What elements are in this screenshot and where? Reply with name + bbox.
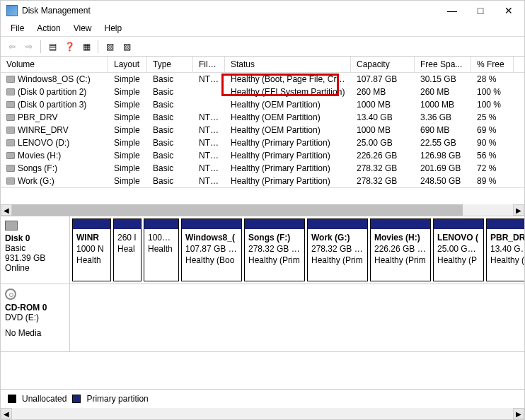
table-row[interactable]: Windows8_OS (C:)SimpleBasicNTFSHealthy (… xyxy=(1,73,524,86)
back-icon: ⇦ xyxy=(5,40,19,54)
header-status[interactable]: Status xyxy=(225,57,351,72)
partition[interactable]: Movies (H:)226.26 GB NTFHealthy (Prim xyxy=(370,218,431,281)
toolbar-icon-2[interactable]: ❓ xyxy=(62,40,76,54)
partition-bar xyxy=(308,219,367,229)
toolbar: ⇦ ⇨ ▤ ❓ ▦ ▧ ▨ xyxy=(1,37,524,57)
partition-status: Healthy (O xyxy=(490,255,524,266)
cell-file: NTFS xyxy=(193,73,225,86)
diskmap-hscrollbar[interactable]: ◀ ▶ xyxy=(1,408,524,419)
cell-layout: Simple xyxy=(108,86,147,98)
cell-pct: 90 % xyxy=(471,136,514,149)
table-row[interactable]: PBR_DRVSimpleBasicNTFSHealthy (OEM Parti… xyxy=(1,111,524,124)
cell-pct: 89 % xyxy=(471,175,514,187)
table-row[interactable]: (Disk 0 partition 3)SimpleBasicHealthy (… xyxy=(1,98,524,111)
volume-name: PBR_DRV xyxy=(18,112,57,122)
menu-view[interactable]: View xyxy=(68,22,98,35)
cell-type: Basic xyxy=(147,111,193,124)
cell-type: Basic xyxy=(147,86,193,98)
disk-size: 931.39 GB xyxy=(5,253,65,263)
menu-help[interactable]: Help xyxy=(99,22,128,35)
cell-status: Healthy (Primary Partition) xyxy=(225,149,351,162)
partition[interactable]: Songs (F:)278.32 GB NTFHealthy (Prim xyxy=(244,218,305,281)
cell-free: 30.15 GB xyxy=(415,73,471,86)
cell-capacity: 107.87 GB xyxy=(351,73,415,86)
cell-status: Healthy (Primary Partition) xyxy=(225,175,351,187)
table-row[interactable]: LENOVO (D:)SimpleBasicNTFSHealthy (Prima… xyxy=(1,136,524,149)
partition-size: 278.32 GB NTF xyxy=(311,243,364,255)
partition[interactable]: 260 IHeal xyxy=(113,218,142,281)
cell-capacity: 278.32 GB xyxy=(351,162,415,175)
table-row[interactable]: WINRE_DRVSimpleBasicNTFSHealthy (OEM Par… xyxy=(1,124,524,136)
partition-status: Healthy (Prim xyxy=(248,255,301,266)
cell-free: 22.55 GB xyxy=(415,136,471,149)
menu-file[interactable]: File xyxy=(5,22,30,35)
partition-name: WINR xyxy=(76,232,107,243)
partition-bar xyxy=(487,219,524,229)
cell-file: NTFS xyxy=(193,111,225,124)
partition-size: 1000 N xyxy=(76,243,107,255)
cell-pct: 69 % xyxy=(471,124,514,136)
header-capacity[interactable]: Capacity xyxy=(351,57,415,72)
header-layout[interactable]: Layout xyxy=(108,57,147,72)
scroll-left-icon[interactable]: ◀ xyxy=(1,204,12,216)
partition-size: 278.32 GB NTF xyxy=(248,243,301,255)
minimize-button[interactable]: — xyxy=(438,1,466,20)
partition[interactable]: 1000 NHealth xyxy=(144,218,179,281)
list-hscrollbar[interactable]: ◀ ▶ xyxy=(1,204,524,216)
volume-icon xyxy=(6,177,15,185)
scroll-right-icon[interactable]: ▶ xyxy=(513,204,524,216)
cell-file xyxy=(193,98,225,111)
disk-info[interactable]: Disk 0Basic931.39 GBOnline xyxy=(1,216,70,284)
close-button[interactable]: ✕ xyxy=(495,1,523,20)
cell-layout: Simple xyxy=(108,73,147,86)
scroll-right-icon[interactable]: ▶ xyxy=(513,408,524,419)
toolbar-icon-1[interactable]: ▤ xyxy=(45,40,59,54)
disk-info[interactable]: CD-ROM 0DVD (E:)No Media xyxy=(1,284,70,351)
volume-name: (Disk 0 partition 3) xyxy=(18,100,86,110)
legend-unallocated-label: Unallocated xyxy=(22,394,67,404)
table-row[interactable]: Movies (H:)SimpleBasicNTFSHealthy (Prima… xyxy=(1,149,524,162)
partition-status: Healthy (Boo xyxy=(185,255,238,266)
partition-status: Healthy (Prim xyxy=(374,255,427,266)
menu-action[interactable]: Action xyxy=(31,22,66,35)
volume-icon xyxy=(6,76,15,83)
cell-layout: Simple xyxy=(108,98,147,111)
disk-map: Disk 0Basic931.39 GBOnlineWINR1000 NHeal… xyxy=(1,216,524,419)
volume-icon xyxy=(6,152,15,159)
cell-free: 260 MB xyxy=(415,86,471,98)
partition[interactable]: WINR1000 NHealth xyxy=(72,218,111,281)
toolbar-icon-4[interactable]: ▧ xyxy=(103,40,117,54)
cell-file: NTFS xyxy=(193,124,225,136)
partition[interactable]: Work (G:)278.32 GB NTFHealthy (Prim xyxy=(307,218,368,281)
partition[interactable]: LENOVO (25.00 GB NTHealthy (P xyxy=(433,218,484,281)
maximize-button[interactable]: □ xyxy=(466,1,495,20)
cell-file: NTFS xyxy=(193,175,225,187)
header-type[interactable]: Type xyxy=(147,57,193,72)
toolbar-icon-3[interactable]: ▦ xyxy=(79,40,93,54)
cell-capacity: 25.00 GB xyxy=(351,136,415,149)
legend: Unallocated Primary partition xyxy=(1,389,524,408)
cell-status: Healthy (Primary Partition) xyxy=(225,162,351,175)
app-icon xyxy=(6,5,18,16)
table-row[interactable]: Work (G:)SimpleBasicNTFSHealthy (Primary… xyxy=(1,175,524,187)
scroll-left-icon[interactable]: ◀ xyxy=(1,408,12,419)
volume-icon xyxy=(6,139,15,146)
disk-type: Basic xyxy=(5,243,65,253)
table-row[interactable]: (Disk 0 partition 2)SimpleBasicHealthy (… xyxy=(1,86,524,98)
toolbar-icon-5[interactable]: ▨ xyxy=(120,40,134,54)
table-row[interactable]: Songs (F:)SimpleBasicNTFSHealthy (Primar… xyxy=(1,162,524,175)
header-pctfree[interactable]: % Free xyxy=(471,57,514,72)
partition-name: Movies (H:) xyxy=(374,232,427,243)
header-free[interactable]: Free Spa... xyxy=(415,57,471,72)
partition[interactable]: PBR_DRV13.40 GB NHealthy (O xyxy=(486,218,524,281)
cell-status: Healthy (EFI System Partition) xyxy=(225,86,351,98)
volume-name: Windows8_OS (C:) xyxy=(18,74,91,84)
partition[interactable]: Windows8_(107.87 GB NTHealthy (Boo xyxy=(181,218,242,281)
cell-capacity: 1000 MB xyxy=(351,124,415,136)
partition-name: Work (G:) xyxy=(311,232,364,243)
header-volume[interactable]: Volume xyxy=(1,57,108,72)
header-filesystem[interactable]: File... xyxy=(193,57,225,72)
cell-layout: Simple xyxy=(108,162,147,175)
partition-bar xyxy=(73,219,110,229)
cell-file: NTFS xyxy=(193,149,225,162)
